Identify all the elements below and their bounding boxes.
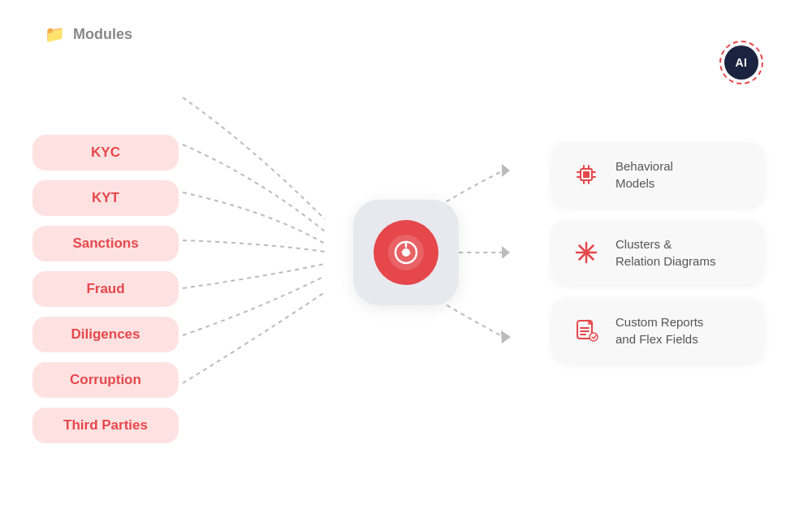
module-kyc[interactable]: KYC [32,135,179,170]
report-icon [572,316,601,345]
clusters-label: Clusters &Relation Diagrams [615,235,715,270]
main-container: AI 📁 Modules KYC [0,0,812,505]
chip-icon [572,160,601,189]
center-icon-outer [374,220,438,285]
folder-icon: 📁 [45,24,65,44]
outputs-list: BehavioralModels Clusters &Relation Diag… [552,143,763,362]
svg-marker-1 [502,246,510,259]
center-svg-icon [394,240,418,265]
output-behavioral-models: BehavioralModels [552,143,763,206]
svg-point-19 [584,250,589,255]
custom-reports-label: Custom Reportsand Flex Fields [615,313,703,347]
behavioral-models-label: BehavioralModels [615,158,673,192]
modules-title: Modules [73,26,132,43]
module-sanctions[interactable]: Sanctions [32,226,179,261]
module-corruption[interactable]: Corruption [32,362,179,398]
asterisk-icon [572,238,601,267]
svg-marker-0 [502,164,510,177]
svg-marker-2 [501,330,511,343]
modules-list: KYC KYT Sanctions Fraud Diligences Corru… [32,86,179,443]
module-third-parties[interactable]: Third Parties [32,408,179,443]
center-bubble [353,200,459,305]
ai-badge: AI [719,41,763,84]
output-custom-reports: Custom Reportsand Flex Fields [552,299,763,362]
svg-point-24 [590,333,598,341]
module-diligences[interactable]: Diligences [32,317,179,352]
output-clusters: Clusters &Relation Diagrams [552,221,763,284]
center-hub [353,200,459,305]
center-icon-inner [388,235,424,270]
svg-rect-6 [583,171,590,178]
modules-header: 📁 Modules [45,24,132,44]
module-fraud[interactable]: Fraud [32,271,179,307]
module-kyt[interactable]: KYT [32,180,179,216]
ai-badge-label: AI [724,45,758,80]
